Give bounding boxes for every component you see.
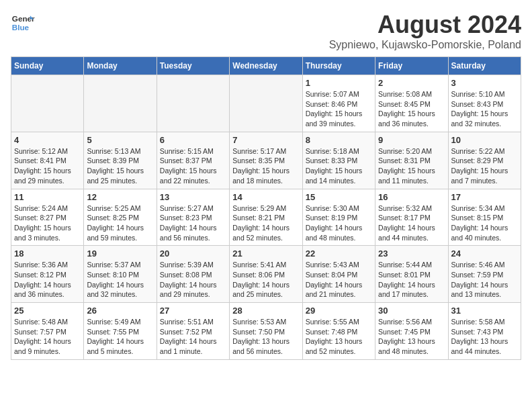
calendar-cell: 7Sunrise: 5:17 AMSunset: 8:35 PMDaylight… <box>230 132 302 189</box>
calendar-body: 1Sunrise: 5:07 AMSunset: 8:46 PMDaylight… <box>11 75 521 360</box>
calendar-week-3: 11Sunrise: 5:24 AMSunset: 8:27 PMDayligh… <box>11 189 521 246</box>
day-info: Sunrise: 5:48 AMSunset: 7:57 PMDaylight:… <box>14 317 81 357</box>
calendar-cell: 18Sunrise: 5:36 AMSunset: 8:12 PMDayligh… <box>11 246 84 303</box>
calendar-week-2: 4Sunrise: 5:12 AMSunset: 8:41 PMDaylight… <box>11 132 521 189</box>
weekday-header-row: SundayMondayTuesdayWednesdayThursdayFrid… <box>11 57 521 75</box>
day-number: 26 <box>87 306 153 316</box>
calendar-cell <box>11 75 84 132</box>
day-number: 5 <box>87 135 153 145</box>
calendar-cell: 26Sunrise: 5:49 AMSunset: 7:55 PMDayligh… <box>84 303 157 360</box>
day-number: 27 <box>160 306 226 316</box>
calendar-cell <box>230 75 302 132</box>
day-number: 13 <box>160 192 226 202</box>
day-number: 6 <box>160 135 226 145</box>
calendar-cell: 24Sunrise: 5:46 AMSunset: 7:59 PMDayligh… <box>448 246 521 303</box>
calendar-cell: 17Sunrise: 5:34 AMSunset: 8:15 PMDayligh… <box>448 189 521 246</box>
month-title: August 2024 <box>329 11 521 39</box>
day-info: Sunrise: 5:49 AMSunset: 7:55 PMDaylight:… <box>87 317 153 357</box>
day-info: Sunrise: 5:08 AMSunset: 8:45 PMDaylight:… <box>378 89 445 129</box>
calendar-cell: 6Sunrise: 5:15 AMSunset: 8:37 PMDaylight… <box>157 132 229 189</box>
day-number: 11 <box>14 192 81 202</box>
calendar-week-4: 18Sunrise: 5:36 AMSunset: 8:12 PMDayligh… <box>11 246 521 303</box>
day-number: 18 <box>14 248 81 259</box>
day-info: Sunrise: 5:39 AMSunset: 8:08 PMDaylight:… <box>160 260 226 300</box>
calendar-cell: 8Sunrise: 5:18 AMSunset: 8:33 PMDaylight… <box>302 132 375 189</box>
day-info: Sunrise: 5:53 AMSunset: 7:50 PMDaylight:… <box>232 317 299 357</box>
day-number: 28 <box>232 306 299 316</box>
day-info: Sunrise: 5:56 AMSunset: 7:45 PMDaylight:… <box>378 317 445 357</box>
logo: General Blue <box>11 11 35 35</box>
day-number: 20 <box>160 248 226 259</box>
calendar-cell: 3Sunrise: 5:10 AMSunset: 8:43 PMDaylight… <box>448 75 521 132</box>
day-number: 24 <box>451 248 518 259</box>
day-info: Sunrise: 5:30 AMSunset: 8:19 PMDaylight:… <box>306 203 372 243</box>
calendar-cell: 15Sunrise: 5:30 AMSunset: 8:19 PMDayligh… <box>302 189 375 246</box>
calendar-cell: 4Sunrise: 5:12 AMSunset: 8:41 PMDaylight… <box>11 132 84 189</box>
location-subtitle: Sypniewo, Kujawsko-Pomorskie, Poland <box>329 39 521 51</box>
day-number: 4 <box>14 135 81 145</box>
calendar-cell: 19Sunrise: 5:37 AMSunset: 8:10 PMDayligh… <box>84 246 157 303</box>
calendar-cell: 1Sunrise: 5:07 AMSunset: 8:46 PMDaylight… <box>302 75 375 132</box>
day-info: Sunrise: 5:22 AMSunset: 8:29 PMDaylight:… <box>451 146 518 186</box>
day-info: Sunrise: 5:41 AMSunset: 8:06 PMDaylight:… <box>232 260 299 300</box>
day-info: Sunrise: 5:46 AMSunset: 7:59 PMDaylight:… <box>451 260 518 300</box>
calendar-cell: 12Sunrise: 5:25 AMSunset: 8:25 PMDayligh… <box>84 189 157 246</box>
weekday-header-saturday: Saturday <box>448 57 521 75</box>
day-number: 15 <box>306 192 372 202</box>
weekday-header-thursday: Thursday <box>302 57 375 75</box>
day-number: 31 <box>451 306 518 316</box>
day-info: Sunrise: 5:20 AMSunset: 8:31 PMDaylight:… <box>378 146 445 186</box>
day-number: 3 <box>451 78 518 88</box>
day-number: 30 <box>378 306 445 316</box>
day-info: Sunrise: 5:36 AMSunset: 8:12 PMDaylight:… <box>14 260 81 300</box>
calendar-cell: 25Sunrise: 5:48 AMSunset: 7:57 PMDayligh… <box>11 303 84 360</box>
day-info: Sunrise: 5:43 AMSunset: 8:04 PMDaylight:… <box>306 260 372 300</box>
day-number: 17 <box>451 192 518 202</box>
day-number: 8 <box>306 135 372 145</box>
calendar-cell: 23Sunrise: 5:44 AMSunset: 8:01 PMDayligh… <box>375 246 448 303</box>
day-number: 21 <box>232 248 299 259</box>
day-info: Sunrise: 5:51 AMSunset: 7:52 PMDaylight:… <box>160 317 226 357</box>
weekday-header-tuesday: Tuesday <box>157 57 229 75</box>
calendar-cell: 30Sunrise: 5:56 AMSunset: 7:45 PMDayligh… <box>375 303 448 360</box>
calendar-cell: 27Sunrise: 5:51 AMSunset: 7:52 PMDayligh… <box>157 303 229 360</box>
calendar-cell: 21Sunrise: 5:41 AMSunset: 8:06 PMDayligh… <box>230 246 302 303</box>
calendar-cell: 9Sunrise: 5:20 AMSunset: 8:31 PMDaylight… <box>375 132 448 189</box>
calendar-cell <box>84 75 157 132</box>
weekday-header-sunday: Sunday <box>11 57 84 75</box>
day-number: 25 <box>14 306 81 316</box>
day-number: 9 <box>378 135 445 145</box>
day-info: Sunrise: 5:15 AMSunset: 8:37 PMDaylight:… <box>160 146 226 186</box>
page-header: General Blue August 2024 Sypniewo, Kujaw… <box>11 11 521 51</box>
day-number: 19 <box>87 248 153 259</box>
weekday-header-wednesday: Wednesday <box>230 57 302 75</box>
calendar-cell: 31Sunrise: 5:58 AMSunset: 7:43 PMDayligh… <box>448 303 521 360</box>
calendar-cell: 28Sunrise: 5:53 AMSunset: 7:50 PMDayligh… <box>230 303 302 360</box>
day-info: Sunrise: 5:44 AMSunset: 8:01 PMDaylight:… <box>378 260 445 300</box>
calendar-cell <box>157 75 229 132</box>
day-info: Sunrise: 5:29 AMSunset: 8:21 PMDaylight:… <box>232 203 299 243</box>
day-number: 1 <box>306 78 372 88</box>
day-info: Sunrise: 5:25 AMSunset: 8:25 PMDaylight:… <box>87 203 153 243</box>
weekday-header-monday: Monday <box>84 57 157 75</box>
day-info: Sunrise: 5:18 AMSunset: 8:33 PMDaylight:… <box>306 146 372 186</box>
calendar-cell: 2Sunrise: 5:08 AMSunset: 8:45 PMDaylight… <box>375 75 448 132</box>
day-info: Sunrise: 5:27 AMSunset: 8:23 PMDaylight:… <box>160 203 226 243</box>
weekday-header-friday: Friday <box>375 57 448 75</box>
day-number: 29 <box>306 306 372 316</box>
calendar-cell: 11Sunrise: 5:24 AMSunset: 8:27 PMDayligh… <box>11 189 84 246</box>
calendar-cell: 29Sunrise: 5:55 AMSunset: 7:48 PMDayligh… <box>302 303 375 360</box>
day-info: Sunrise: 5:37 AMSunset: 8:10 PMDaylight:… <box>87 260 153 300</box>
calendar-cell: 10Sunrise: 5:22 AMSunset: 8:29 PMDayligh… <box>448 132 521 189</box>
day-number: 2 <box>378 78 445 88</box>
day-info: Sunrise: 5:55 AMSunset: 7:48 PMDaylight:… <box>306 317 372 357</box>
calendar-cell: 5Sunrise: 5:13 AMSunset: 8:39 PMDaylight… <box>84 132 157 189</box>
calendar-cell: 22Sunrise: 5:43 AMSunset: 8:04 PMDayligh… <box>302 246 375 303</box>
day-number: 23 <box>378 248 445 259</box>
day-info: Sunrise: 5:34 AMSunset: 8:15 PMDaylight:… <box>451 203 518 243</box>
day-info: Sunrise: 5:24 AMSunset: 8:27 PMDaylight:… <box>14 203 81 243</box>
title-block: August 2024 Sypniewo, Kujawsko-Pomorskie… <box>329 11 521 51</box>
day-number: 10 <box>451 135 518 145</box>
day-info: Sunrise: 5:10 AMSunset: 8:43 PMDaylight:… <box>451 89 518 129</box>
day-number: 16 <box>378 192 445 202</box>
